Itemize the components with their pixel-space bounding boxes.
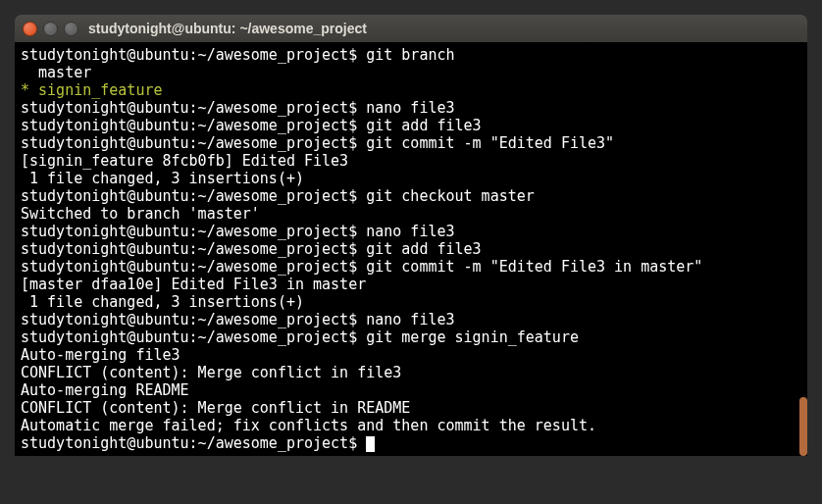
- prompt: studytonight@ubuntu:~/awesome_project$: [21, 258, 357, 276]
- prompt: studytonight@ubuntu:~/awesome_project$: [21, 240, 357, 258]
- close-button[interactable]: [23, 22, 37, 36]
- output-line: [master dfaa10e] Edited File3 in master: [21, 276, 366, 293]
- prompt: studytonight@ubuntu:~/awesome_project$: [21, 434, 357, 452]
- output-line: CONFLICT (content): Merge conflict in fi…: [21, 364, 401, 381]
- prompt: studytonight@ubuntu:~/awesome_project$: [21, 187, 357, 205]
- output-line: master: [21, 64, 91, 81]
- command: git commit -m "Edited File3 in master": [366, 258, 702, 276]
- output-line: Auto-merging README: [21, 381, 189, 399]
- window-controls: [23, 22, 78, 36]
- command: nano file3: [366, 311, 454, 328]
- output-line: 1 file changed, 3 insertions(+): [21, 170, 304, 187]
- prompt: studytonight@ubuntu:~/awesome_project$: [21, 223, 357, 240]
- output-line: CONFLICT (content): Merge conflict in RE…: [21, 399, 410, 417]
- cursor: [366, 436, 375, 452]
- output-line: Auto-merging file3: [21, 346, 180, 364]
- command: git add file3: [366, 117, 481, 134]
- titlebar[interactable]: studytonight@ubuntu: ~/awesome_project: [15, 15, 807, 42]
- prompt: studytonight@ubuntu:~/awesome_project$: [21, 328, 357, 346]
- terminal-window: studytonight@ubuntu: ~/awesome_project s…: [15, 15, 807, 456]
- command: git add file3: [366, 240, 481, 258]
- command: git checkout master: [366, 187, 535, 205]
- output-line-current-branch: * signin_feature: [21, 81, 163, 99]
- terminal-body[interactable]: studytonight@ubuntu:~/awesome_project$ g…: [15, 42, 807, 456]
- prompt: studytonight@ubuntu:~/awesome_project$: [21, 117, 357, 134]
- command: git commit -m "Edited File3": [366, 134, 614, 152]
- output-line: [signin_feature 8fcb0fb] Edited File3: [21, 152, 348, 170]
- prompt: studytonight@ubuntu:~/awesome_project$: [21, 134, 357, 152]
- output-line: Automatic merge failed; fix conflicts an…: [21, 417, 596, 434]
- prompt: studytonight@ubuntu:~/awesome_project$: [21, 99, 357, 117]
- scrollbar[interactable]: [799, 397, 807, 456]
- window-title: studytonight@ubuntu: ~/awesome_project: [88, 21, 367, 36]
- output-line: Switched to branch 'master': [21, 205, 260, 223]
- maximize-button[interactable]: [64, 22, 78, 36]
- prompt: studytonight@ubuntu:~/awesome_project$: [21, 311, 357, 328]
- prompt: studytonight@ubuntu:~/awesome_project$: [21, 46, 357, 64]
- command: nano file3: [366, 223, 454, 240]
- command: nano file3: [366, 99, 454, 117]
- output-line: 1 file changed, 3 insertions(+): [21, 293, 304, 311]
- command: git merge signin_feature: [366, 328, 579, 346]
- command: git branch: [366, 46, 454, 64]
- minimize-button[interactable]: [43, 22, 58, 36]
